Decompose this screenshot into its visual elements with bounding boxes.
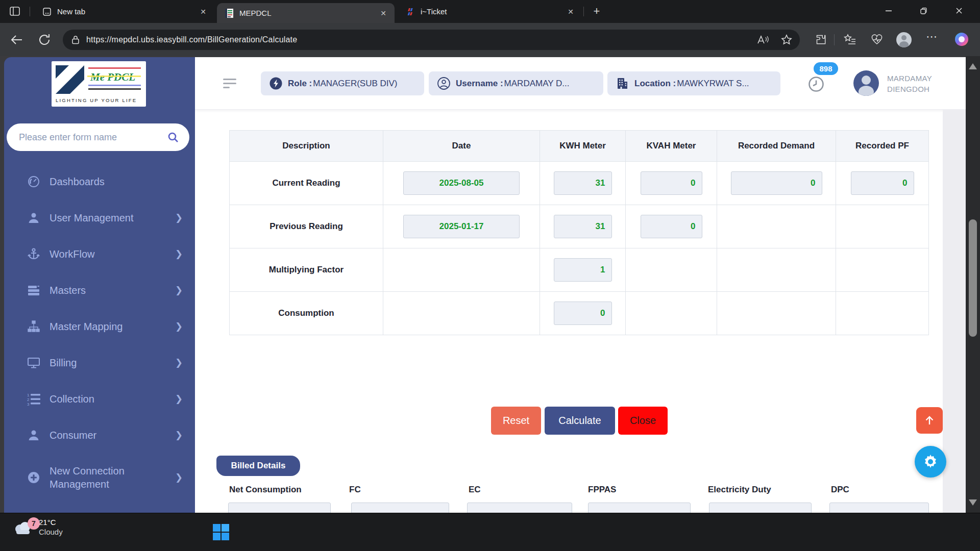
- current-kvah-input[interactable]: 0: [641, 171, 702, 195]
- sitemap-icon: [27, 320, 40, 333]
- tab-mepdcl-active[interactable]: MEPDCL ✕: [217, 3, 395, 23]
- svg-text:2: 2: [27, 397, 30, 402]
- weather-condition: Cloudy: [39, 527, 63, 537]
- copilot-icon[interactable]: [953, 31, 970, 47]
- iticket-favicon: [405, 7, 415, 17]
- weather-alert-badge: 7: [28, 517, 40, 530]
- tab-actions-icon[interactable]: [8, 5, 21, 17]
- col-date: Date: [383, 131, 540, 162]
- chevron-right-icon: ❯: [175, 393, 183, 405]
- sidebar-item-consumer[interactable]: Consumer ❯: [4, 417, 195, 453]
- sidebar-item-collection[interactable]: 123 Collection ❯: [4, 381, 195, 417]
- current-date-input[interactable]: 2025-08-05: [403, 171, 520, 195]
- notification-clock[interactable]: 898: [805, 61, 841, 102]
- scrollbar-up-arrow[interactable]: [969, 63, 977, 69]
- browser-tabstrip: New tab ✕ MEPDCL ✕ i~Ticket ✕ +: [0, 0, 980, 23]
- role-label: Role :: [288, 79, 312, 89]
- form-search[interactable]: [7, 123, 189, 151]
- billed-field-label: FPPAS: [588, 485, 616, 495]
- user-name: MARDAMAY DIENGDOH: [887, 73, 932, 94]
- address-bar[interactable]: https://mepdcl.ubs.ieasybill.com/BillGen…: [63, 30, 800, 50]
- tab-close-icon[interactable]: ✕: [568, 8, 574, 16]
- bolt-icon: [269, 77, 283, 90]
- current-recorded-pf-input[interactable]: 0: [851, 171, 914, 195]
- row-label: Consumption: [230, 292, 383, 335]
- sidebar-item-label: Masters: [50, 284, 86, 297]
- weather-temp: 21°C: [39, 517, 63, 527]
- settings-more-icon[interactable]: ⋯: [926, 30, 939, 43]
- favorite-star-icon[interactable]: [780, 34, 793, 46]
- refresh-icon[interactable]: [37, 32, 52, 47]
- table-row: Previous Reading 2025-01-17 31 0: [230, 205, 929, 248]
- ec-input[interactable]: [467, 503, 572, 513]
- window-restore-button[interactable]: [912, 0, 935, 21]
- previous-date-input[interactable]: 2025-01-17: [403, 215, 520, 238]
- sidebar: Me PDCL LIGHTING UP YOUR LIFE Dashboards: [4, 57, 195, 551]
- sidebar-item-billing[interactable]: Billing ❯: [4, 344, 195, 381]
- new-tab-button[interactable]: +: [590, 5, 603, 18]
- browser-profile-avatar[interactable]: [896, 32, 912, 47]
- favorites-list-icon[interactable]: [843, 33, 856, 46]
- tab-close-icon[interactable]: ✕: [200, 8, 206, 16]
- page-scrollbar[interactable]: [966, 56, 980, 513]
- sidebar-item-dashboards[interactable]: Dashboards: [4, 163, 195, 199]
- sidebar-item-label: Collection: [50, 392, 94, 406]
- multiplying-factor-input[interactable]: 1: [554, 258, 612, 282]
- scrollbar-thumb[interactable]: [969, 219, 977, 337]
- user-icon: [27, 211, 40, 224]
- form-search-input[interactable]: [19, 132, 157, 143]
- back-icon[interactable]: [9, 32, 24, 47]
- dpc-input[interactable]: [829, 503, 929, 513]
- browser-essentials-icon[interactable]: [870, 33, 884, 46]
- mepdcl-logo: Me PDCL LIGHTING UP YOUR LIFE: [52, 61, 146, 107]
- user-avatar[interactable]: [853, 70, 879, 96]
- tab-close-icon[interactable]: ✕: [380, 9, 386, 17]
- sidebar-item-workflow[interactable]: WorkFlow ❯: [4, 236, 195, 272]
- consumption-input[interactable]: 0: [554, 302, 612, 325]
- previous-kwh-input[interactable]: 31: [554, 215, 612, 238]
- sidebar-item-label: Dashboards: [50, 175, 105, 188]
- sidebar-item-user-management[interactable]: User Management ❯: [4, 199, 195, 236]
- window-minimize-button[interactable]: [877, 0, 900, 21]
- tab-iticket[interactable]: i~Ticket ✕: [399, 0, 583, 23]
- current-recorded-demand-input[interactable]: 0: [731, 171, 822, 195]
- chevron-right-icon: ❯: [175, 321, 183, 332]
- sidebar-menu: Dashboards User Management ❯ WorkFlow ❯ …: [4, 163, 195, 502]
- web-page: Me PDCL LIGHTING UP YOUR LIFE Dashboards: [0, 56, 980, 513]
- search-icon[interactable]: [167, 131, 179, 143]
- row-label: Previous Reading: [230, 205, 383, 248]
- close-button[interactable]: Close: [618, 407, 668, 435]
- read-aloud-icon[interactable]: [756, 34, 769, 46]
- reset-button[interactable]: Reset: [491, 407, 541, 435]
- weather-widget[interactable]: 7 21°C Cloudy: [12, 517, 63, 537]
- billed-field-label: FC: [349, 485, 361, 495]
- calculate-button[interactable]: Calculate: [545, 407, 615, 435]
- fc-input[interactable]: [351, 503, 449, 513]
- scrollbar-down-arrow[interactable]: [969, 499, 977, 506]
- lock-icon: [71, 35, 80, 45]
- settings-gear-button[interactable]: [915, 446, 946, 478]
- extensions-icon[interactable]: [815, 33, 828, 46]
- scroll-to-top-button[interactable]: [916, 407, 943, 434]
- table-row: Current Reading 2025-08-05 31 0 0 0: [230, 162, 929, 205]
- clock-icon[interactable]: [807, 76, 825, 93]
- net-consumption-input[interactable]: [228, 503, 331, 513]
- window-close-button[interactable]: [947, 0, 971, 21]
- tab-separator: [30, 7, 30, 16]
- gauge-icon: [27, 175, 40, 188]
- tab-new-tab[interactable]: New tab ✕: [37, 0, 215, 23]
- fppas-input[interactable]: [588, 503, 691, 513]
- sidebar-item-master-mapping[interactable]: Master Mapping ❯: [4, 308, 195, 344]
- previous-kvah-input[interactable]: 0: [641, 215, 702, 238]
- col-kwh: KWH Meter: [540, 131, 626, 162]
- start-button[interactable]: [212, 523, 230, 541]
- hamburger-menu-icon[interactable]: [223, 79, 236, 91]
- sidebar-item-label: Consumer: [50, 429, 96, 442]
- username-value: MARDAMAY D...: [504, 79, 570, 89]
- sidebar-item-new-connection-management[interactable]: New Connection Management ❯: [4, 453, 195, 502]
- current-kwh-input[interactable]: 31: [554, 171, 612, 195]
- svg-text:3: 3: [27, 402, 30, 406]
- sidebar-item-masters[interactable]: Masters ❯: [4, 272, 195, 308]
- electricity-duty-input[interactable]: [709, 503, 812, 513]
- col-description: Description: [230, 131, 383, 162]
